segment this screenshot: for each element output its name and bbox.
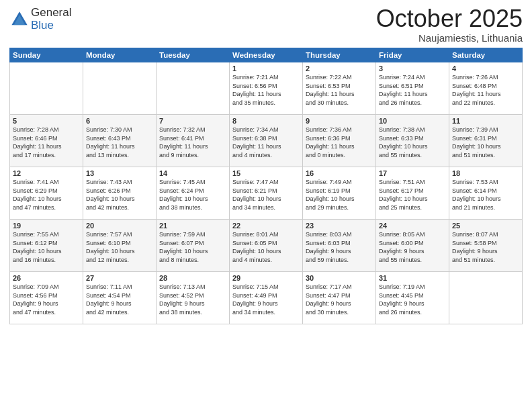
calendar-cell: 30Sunrise: 7:17 AM Sunset: 4:47 PM Dayli… xyxy=(303,272,376,324)
day-info: Sunrise: 7:26 AM Sunset: 6:48 PM Dayligh… xyxy=(452,73,519,107)
calendar-cell: 15Sunrise: 7:47 AM Sunset: 6:21 PM Dayli… xyxy=(230,167,303,220)
day-info: Sunrise: 7:36 AM Sunset: 6:36 PM Dayligh… xyxy=(306,126,373,159)
calendar-week: 26Sunrise: 7:09 AM Sunset: 4:56 PM Dayli… xyxy=(10,272,523,324)
day-number: 2 xyxy=(306,64,373,73)
day-number: 31 xyxy=(379,274,446,282)
day-info: Sunrise: 7:57 AM Sunset: 6:10 PM Dayligh… xyxy=(86,230,153,264)
header-day: Tuesday xyxy=(157,48,230,62)
calendar-cell: 18Sunrise: 7:53 AM Sunset: 6:14 PM Dayli… xyxy=(449,167,523,220)
day-info: Sunrise: 7:32 AM Sunset: 6:41 PM Dayligh… xyxy=(159,126,226,159)
day-number: 4 xyxy=(452,64,519,73)
day-info: Sunrise: 7:28 AM Sunset: 6:46 PM Dayligh… xyxy=(13,126,80,159)
day-info: Sunrise: 7:39 AM Sunset: 6:31 PM Dayligh… xyxy=(452,126,519,159)
day-info: Sunrise: 8:05 AM Sunset: 6:00 PM Dayligh… xyxy=(379,230,446,264)
calendar-cell: 19Sunrise: 7:55 AM Sunset: 6:12 PM Dayli… xyxy=(10,220,83,272)
day-number: 23 xyxy=(306,222,373,230)
day-number: 17 xyxy=(379,169,446,177)
calendar-cell xyxy=(10,62,83,115)
title-block: October 2025 Naujamiestis, Lithuania xyxy=(376,7,523,44)
logo: General Blue xyxy=(9,7,71,32)
calendar-cell: 13Sunrise: 7:43 AM Sunset: 6:26 PM Dayli… xyxy=(83,167,157,220)
day-info: Sunrise: 8:03 AM Sunset: 6:03 PM Dayligh… xyxy=(306,230,373,264)
day-number: 13 xyxy=(86,169,153,177)
day-number: 7 xyxy=(159,117,226,125)
day-number: 18 xyxy=(452,169,519,177)
day-number: 14 xyxy=(159,169,226,177)
month-title: October 2025 xyxy=(376,7,523,31)
day-info: Sunrise: 7:22 AM Sunset: 6:53 PM Dayligh… xyxy=(306,73,373,107)
calendar-cell: 22Sunrise: 8:01 AM Sunset: 6:05 PM Dayli… xyxy=(230,220,303,272)
day-number: 5 xyxy=(13,117,80,125)
day-info: Sunrise: 8:01 AM Sunset: 6:05 PM Dayligh… xyxy=(232,230,300,264)
calendar-cell: 1Sunrise: 7:21 AM Sunset: 6:56 PM Daylig… xyxy=(230,62,303,115)
header-day: Saturday xyxy=(449,48,523,62)
day-number: 21 xyxy=(159,222,226,230)
calendar-cell: 9Sunrise: 7:36 AM Sunset: 6:36 PM Daylig… xyxy=(303,115,376,167)
calendar-week: 5Sunrise: 7:28 AM Sunset: 6:46 PM Daylig… xyxy=(10,115,523,167)
calendar-cell: 20Sunrise: 7:57 AM Sunset: 6:10 PM Dayli… xyxy=(83,220,157,272)
logo-icon xyxy=(9,9,30,30)
calendar-cell: 28Sunrise: 7:13 AM Sunset: 4:52 PM Dayli… xyxy=(157,272,230,324)
day-info: Sunrise: 7:21 AM Sunset: 6:56 PM Dayligh… xyxy=(232,73,300,107)
calendar-cell: 12Sunrise: 7:41 AM Sunset: 6:29 PM Dayli… xyxy=(10,167,83,220)
calendar-cell: 16Sunrise: 7:49 AM Sunset: 6:19 PM Dayli… xyxy=(303,167,376,220)
day-info: Sunrise: 7:24 AM Sunset: 6:51 PM Dayligh… xyxy=(379,73,446,107)
day-number: 24 xyxy=(379,222,446,230)
calendar-cell: 3Sunrise: 7:24 AM Sunset: 6:51 PM Daylig… xyxy=(376,62,449,115)
calendar-cell: 24Sunrise: 8:05 AM Sunset: 6:00 PM Dayli… xyxy=(376,220,449,272)
calendar-cell: 7Sunrise: 7:32 AM Sunset: 6:41 PM Daylig… xyxy=(157,115,230,167)
header-day: Wednesday xyxy=(230,48,303,62)
location: Naujamiestis, Lithuania xyxy=(376,32,523,44)
day-number: 16 xyxy=(306,169,373,177)
day-number: 3 xyxy=(379,64,446,73)
day-info: Sunrise: 7:49 AM Sunset: 6:19 PM Dayligh… xyxy=(306,178,373,212)
calendar-week: 12Sunrise: 7:41 AM Sunset: 6:29 PM Dayli… xyxy=(10,167,523,220)
day-info: Sunrise: 7:55 AM Sunset: 6:12 PM Dayligh… xyxy=(13,230,80,264)
day-info: Sunrise: 7:17 AM Sunset: 4:47 PM Dayligh… xyxy=(306,283,373,316)
calendar-cell xyxy=(83,62,157,115)
day-info: Sunrise: 7:19 AM Sunset: 4:45 PM Dayligh… xyxy=(379,283,446,316)
day-number: 26 xyxy=(13,274,80,282)
calendar-cell xyxy=(157,62,230,115)
calendar-body: 1Sunrise: 7:21 AM Sunset: 6:56 PM Daylig… xyxy=(10,62,523,324)
calendar-cell: 17Sunrise: 7:51 AM Sunset: 6:17 PM Dayli… xyxy=(376,167,449,220)
day-info: Sunrise: 7:34 AM Sunset: 6:38 PM Dayligh… xyxy=(232,126,300,159)
day-number: 11 xyxy=(452,117,519,125)
header: General Blue October 2025 Naujamiestis, … xyxy=(9,7,523,44)
calendar-cell: 2Sunrise: 7:22 AM Sunset: 6:53 PM Daylig… xyxy=(303,62,376,115)
day-number: 9 xyxy=(306,117,373,125)
day-number: 20 xyxy=(86,222,153,230)
day-number: 6 xyxy=(86,117,153,125)
day-info: Sunrise: 7:43 AM Sunset: 6:26 PM Dayligh… xyxy=(86,178,153,212)
day-info: Sunrise: 7:09 AM Sunset: 4:56 PM Dayligh… xyxy=(13,283,80,316)
day-info: Sunrise: 7:38 AM Sunset: 6:33 PM Dayligh… xyxy=(379,126,446,159)
header-day: Thursday xyxy=(303,48,376,62)
calendar-cell: 8Sunrise: 7:34 AM Sunset: 6:38 PM Daylig… xyxy=(230,115,303,167)
calendar-cell: 14Sunrise: 7:45 AM Sunset: 6:24 PM Dayli… xyxy=(157,167,230,220)
calendar-cell: 6Sunrise: 7:30 AM Sunset: 6:43 PM Daylig… xyxy=(83,115,157,167)
day-info: Sunrise: 7:30 AM Sunset: 6:43 PM Dayligh… xyxy=(86,126,153,159)
day-info: Sunrise: 7:41 AM Sunset: 6:29 PM Dayligh… xyxy=(13,178,80,212)
calendar-cell: 23Sunrise: 8:03 AM Sunset: 6:03 PM Dayli… xyxy=(303,220,376,272)
header-day: Monday xyxy=(83,48,157,62)
day-info: Sunrise: 7:59 AM Sunset: 6:07 PM Dayligh… xyxy=(159,230,226,264)
calendar-cell: 11Sunrise: 7:39 AM Sunset: 6:31 PM Dayli… xyxy=(449,115,523,167)
logo-text: General Blue xyxy=(31,7,71,32)
calendar-week: 1Sunrise: 7:21 AM Sunset: 6:56 PM Daylig… xyxy=(10,62,523,115)
header-row: SundayMondayTuesdayWednesdayThursdayFrid… xyxy=(10,48,523,62)
calendar-cell: 25Sunrise: 8:07 AM Sunset: 5:58 PM Dayli… xyxy=(449,220,523,272)
calendar-table: SundayMondayTuesdayWednesdayThursdayFrid… xyxy=(9,48,523,324)
day-info: Sunrise: 7:15 AM Sunset: 4:49 PM Dayligh… xyxy=(232,283,300,316)
calendar-week: 19Sunrise: 7:55 AM Sunset: 6:12 PM Dayli… xyxy=(10,220,523,272)
day-info: Sunrise: 8:07 AM Sunset: 5:58 PM Dayligh… xyxy=(452,230,519,264)
page-container: General Blue October 2025 Naujamiestis, … xyxy=(0,0,532,328)
day-info: Sunrise: 7:45 AM Sunset: 6:24 PM Dayligh… xyxy=(159,178,226,212)
calendar-cell: 27Sunrise: 7:11 AM Sunset: 4:54 PM Dayli… xyxy=(83,272,157,324)
day-number: 15 xyxy=(232,169,300,177)
day-info: Sunrise: 7:53 AM Sunset: 6:14 PM Dayligh… xyxy=(452,178,519,212)
header-day: Sunday xyxy=(10,48,83,62)
day-number: 22 xyxy=(232,222,300,230)
calendar-cell: 5Sunrise: 7:28 AM Sunset: 6:46 PM Daylig… xyxy=(10,115,83,167)
day-number: 25 xyxy=(452,222,519,230)
calendar-header: SundayMondayTuesdayWednesdayThursdayFrid… xyxy=(10,48,523,62)
